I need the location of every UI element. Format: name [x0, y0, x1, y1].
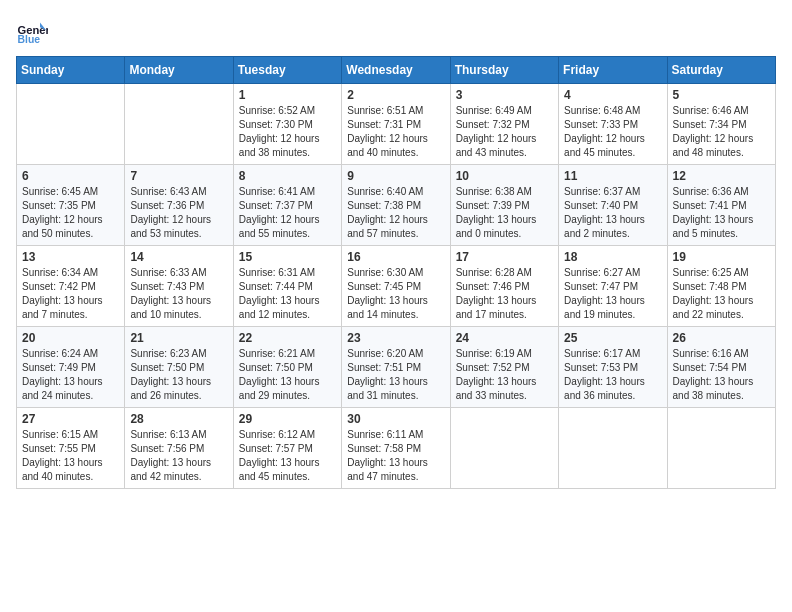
calendar-week-5: 27Sunrise: 6:15 AM Sunset: 7:55 PM Dayli… [17, 408, 776, 489]
cell-info: Sunrise: 6:17 AM Sunset: 7:53 PM Dayligh… [564, 347, 661, 403]
day-number: 14 [130, 250, 227, 264]
cell-info: Sunrise: 6:36 AM Sunset: 7:41 PM Dayligh… [673, 185, 770, 241]
day-number: 2 [347, 88, 444, 102]
calendar-body: 1Sunrise: 6:52 AM Sunset: 7:30 PM Daylig… [17, 84, 776, 489]
calendar-cell: 5Sunrise: 6:46 AM Sunset: 7:34 PM Daylig… [667, 84, 775, 165]
weekday-header-saturday: Saturday [667, 57, 775, 84]
cell-info: Sunrise: 6:52 AM Sunset: 7:30 PM Dayligh… [239, 104, 336, 160]
cell-info: Sunrise: 6:25 AM Sunset: 7:48 PM Dayligh… [673, 266, 770, 322]
calendar-cell: 28Sunrise: 6:13 AM Sunset: 7:56 PM Dayli… [125, 408, 233, 489]
cell-info: Sunrise: 6:40 AM Sunset: 7:38 PM Dayligh… [347, 185, 444, 241]
cell-info: Sunrise: 6:19 AM Sunset: 7:52 PM Dayligh… [456, 347, 553, 403]
calendar-cell [667, 408, 775, 489]
calendar-header: SundayMondayTuesdayWednesdayThursdayFrid… [17, 57, 776, 84]
day-number: 24 [456, 331, 553, 345]
cell-info: Sunrise: 6:15 AM Sunset: 7:55 PM Dayligh… [22, 428, 119, 484]
cell-info: Sunrise: 6:28 AM Sunset: 7:46 PM Dayligh… [456, 266, 553, 322]
svg-text:Blue: Blue [18, 34, 41, 45]
calendar: SundayMondayTuesdayWednesdayThursdayFrid… [16, 56, 776, 489]
calendar-cell: 13Sunrise: 6:34 AM Sunset: 7:42 PM Dayli… [17, 246, 125, 327]
cell-info: Sunrise: 6:31 AM Sunset: 7:44 PM Dayligh… [239, 266, 336, 322]
calendar-cell: 18Sunrise: 6:27 AM Sunset: 7:47 PM Dayli… [559, 246, 667, 327]
calendar-cell: 7Sunrise: 6:43 AM Sunset: 7:36 PM Daylig… [125, 165, 233, 246]
cell-info: Sunrise: 6:12 AM Sunset: 7:57 PM Dayligh… [239, 428, 336, 484]
cell-info: Sunrise: 6:30 AM Sunset: 7:45 PM Dayligh… [347, 266, 444, 322]
calendar-cell: 10Sunrise: 6:38 AM Sunset: 7:39 PM Dayli… [450, 165, 558, 246]
day-number: 25 [564, 331, 661, 345]
calendar-cell: 8Sunrise: 6:41 AM Sunset: 7:37 PM Daylig… [233, 165, 341, 246]
cell-info: Sunrise: 6:16 AM Sunset: 7:54 PM Dayligh… [673, 347, 770, 403]
logo: General Blue [16, 16, 48, 48]
logo-icon: General Blue [16, 16, 48, 48]
calendar-week-2: 6Sunrise: 6:45 AM Sunset: 7:35 PM Daylig… [17, 165, 776, 246]
day-number: 10 [456, 169, 553, 183]
day-number: 21 [130, 331, 227, 345]
calendar-cell [450, 408, 558, 489]
day-number: 26 [673, 331, 770, 345]
day-number: 20 [22, 331, 119, 345]
calendar-cell: 17Sunrise: 6:28 AM Sunset: 7:46 PM Dayli… [450, 246, 558, 327]
cell-info: Sunrise: 6:13 AM Sunset: 7:56 PM Dayligh… [130, 428, 227, 484]
calendar-cell: 9Sunrise: 6:40 AM Sunset: 7:38 PM Daylig… [342, 165, 450, 246]
calendar-cell [125, 84, 233, 165]
calendar-cell: 20Sunrise: 6:24 AM Sunset: 7:49 PM Dayli… [17, 327, 125, 408]
weekday-header-sunday: Sunday [17, 57, 125, 84]
calendar-cell: 19Sunrise: 6:25 AM Sunset: 7:48 PM Dayli… [667, 246, 775, 327]
day-number: 7 [130, 169, 227, 183]
calendar-cell: 21Sunrise: 6:23 AM Sunset: 7:50 PM Dayli… [125, 327, 233, 408]
cell-info: Sunrise: 6:41 AM Sunset: 7:37 PM Dayligh… [239, 185, 336, 241]
cell-info: Sunrise: 6:45 AM Sunset: 7:35 PM Dayligh… [22, 185, 119, 241]
day-number: 6 [22, 169, 119, 183]
calendar-week-1: 1Sunrise: 6:52 AM Sunset: 7:30 PM Daylig… [17, 84, 776, 165]
day-number: 22 [239, 331, 336, 345]
day-number: 23 [347, 331, 444, 345]
day-number: 11 [564, 169, 661, 183]
cell-info: Sunrise: 6:24 AM Sunset: 7:49 PM Dayligh… [22, 347, 119, 403]
calendar-cell: 4Sunrise: 6:48 AM Sunset: 7:33 PM Daylig… [559, 84, 667, 165]
day-number: 5 [673, 88, 770, 102]
weekday-header-friday: Friday [559, 57, 667, 84]
cell-info: Sunrise: 6:48 AM Sunset: 7:33 PM Dayligh… [564, 104, 661, 160]
calendar-cell: 11Sunrise: 6:37 AM Sunset: 7:40 PM Dayli… [559, 165, 667, 246]
weekday-header-wednesday: Wednesday [342, 57, 450, 84]
day-number: 29 [239, 412, 336, 426]
page-header: General Blue [16, 16, 776, 48]
weekday-header-row: SundayMondayTuesdayWednesdayThursdayFrid… [17, 57, 776, 84]
day-number: 17 [456, 250, 553, 264]
cell-info: Sunrise: 6:33 AM Sunset: 7:43 PM Dayligh… [130, 266, 227, 322]
day-number: 12 [673, 169, 770, 183]
calendar-cell: 15Sunrise: 6:31 AM Sunset: 7:44 PM Dayli… [233, 246, 341, 327]
calendar-cell: 16Sunrise: 6:30 AM Sunset: 7:45 PM Dayli… [342, 246, 450, 327]
cell-info: Sunrise: 6:51 AM Sunset: 7:31 PM Dayligh… [347, 104, 444, 160]
calendar-week-3: 13Sunrise: 6:34 AM Sunset: 7:42 PM Dayli… [17, 246, 776, 327]
day-number: 9 [347, 169, 444, 183]
calendar-cell: 1Sunrise: 6:52 AM Sunset: 7:30 PM Daylig… [233, 84, 341, 165]
calendar-cell: 24Sunrise: 6:19 AM Sunset: 7:52 PM Dayli… [450, 327, 558, 408]
calendar-cell: 30Sunrise: 6:11 AM Sunset: 7:58 PM Dayli… [342, 408, 450, 489]
day-number: 28 [130, 412, 227, 426]
cell-info: Sunrise: 6:34 AM Sunset: 7:42 PM Dayligh… [22, 266, 119, 322]
calendar-cell: 14Sunrise: 6:33 AM Sunset: 7:43 PM Dayli… [125, 246, 233, 327]
day-number: 1 [239, 88, 336, 102]
day-number: 15 [239, 250, 336, 264]
calendar-cell: 2Sunrise: 6:51 AM Sunset: 7:31 PM Daylig… [342, 84, 450, 165]
calendar-cell: 23Sunrise: 6:20 AM Sunset: 7:51 PM Dayli… [342, 327, 450, 408]
calendar-cell: 22Sunrise: 6:21 AM Sunset: 7:50 PM Dayli… [233, 327, 341, 408]
weekday-header-thursday: Thursday [450, 57, 558, 84]
cell-info: Sunrise: 6:38 AM Sunset: 7:39 PM Dayligh… [456, 185, 553, 241]
calendar-cell: 3Sunrise: 6:49 AM Sunset: 7:32 PM Daylig… [450, 84, 558, 165]
cell-info: Sunrise: 6:37 AM Sunset: 7:40 PM Dayligh… [564, 185, 661, 241]
cell-info: Sunrise: 6:46 AM Sunset: 7:34 PM Dayligh… [673, 104, 770, 160]
day-number: 4 [564, 88, 661, 102]
cell-info: Sunrise: 6:20 AM Sunset: 7:51 PM Dayligh… [347, 347, 444, 403]
calendar-cell: 12Sunrise: 6:36 AM Sunset: 7:41 PM Dayli… [667, 165, 775, 246]
day-number: 16 [347, 250, 444, 264]
calendar-cell: 27Sunrise: 6:15 AM Sunset: 7:55 PM Dayli… [17, 408, 125, 489]
day-number: 8 [239, 169, 336, 183]
cell-info: Sunrise: 6:27 AM Sunset: 7:47 PM Dayligh… [564, 266, 661, 322]
calendar-week-4: 20Sunrise: 6:24 AM Sunset: 7:49 PM Dayli… [17, 327, 776, 408]
day-number: 3 [456, 88, 553, 102]
day-number: 13 [22, 250, 119, 264]
calendar-cell: 25Sunrise: 6:17 AM Sunset: 7:53 PM Dayli… [559, 327, 667, 408]
cell-info: Sunrise: 6:43 AM Sunset: 7:36 PM Dayligh… [130, 185, 227, 241]
